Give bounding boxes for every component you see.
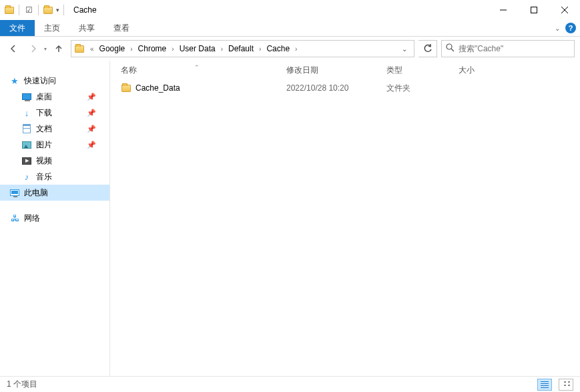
tree-quick-access[interactable]: ★ 快速访问 [0, 73, 109, 89]
help-button[interactable]: ? [565, 23, 576, 33]
up-button[interactable] [51, 41, 67, 57]
item-count: 1 个项目 [7, 379, 37, 390]
column-headers: 名称⌃ 修改日期 类型 大小 [110, 61, 580, 79]
forward-button[interactable] [25, 41, 41, 57]
close-button[interactable] [549, 0, 580, 20]
chevron-right-icon[interactable]: › [256, 45, 264, 53]
pin-icon: 📌 [87, 109, 96, 117]
svg-point-4 [447, 44, 452, 49]
svg-line-5 [451, 49, 454, 51]
sort-indicator-icon: ⌃ [194, 64, 200, 71]
maximize-icon [531, 7, 537, 13]
back-button[interactable] [5, 41, 21, 57]
file-name: Cache_Data [135, 83, 180, 93]
tab-home[interactable]: 主页 [35, 20, 69, 36]
picture-icon [21, 139, 32, 150]
nav-toolbar: ▾ « Google › Chrome › User Data › Defaul… [0, 37, 580, 61]
pc-icon [9, 187, 20, 198]
title-bar: ☑ ▾ Cache [0, 0, 580, 20]
file-list: 名称⌃ 修改日期 类型 大小 Cache_Data 2022/10/28 10:… [110, 61, 580, 376]
col-size[interactable]: 大小 [459, 65, 512, 76]
crumb-default[interactable]: Default [226, 41, 256, 57]
history-dropdown-icon[interactable]: ▾ [44, 46, 47, 52]
chevron-right-icon[interactable]: › [127, 45, 135, 53]
ribbon-tabs: 文件 主页 共享 查看 ⌄ ? [0, 20, 580, 37]
qat-properties-icon[interactable]: ☑ [23, 5, 34, 15]
tab-view[interactable]: 查看 [104, 20, 139, 36]
tree-label: 桌面 [36, 91, 52, 103]
file-date: 2022/10/28 10:20 [286, 83, 386, 93]
tree-music[interactable]: ♪ 音乐 [0, 169, 109, 185]
tree-label: 音乐 [36, 171, 52, 183]
tab-share[interactable]: 共享 [69, 20, 104, 36]
document-icon [21, 123, 32, 134]
view-details-button[interactable] [537, 379, 552, 391]
search-input[interactable] [459, 44, 570, 53]
tree-label: 快速访问 [24, 75, 56, 87]
app-folder-icon [4, 5, 15, 15]
refresh-icon [423, 44, 432, 53]
pin-icon: 📌 [87, 93, 96, 101]
tree-videos[interactable]: ▶ 视频 [0, 153, 109, 169]
tree-pictures[interactable]: 图片 📌 [0, 137, 109, 153]
file-row[interactable]: Cache_Data 2022/10/28 10:20 文件夹 [110, 79, 580, 97]
tree-label: 文档 [36, 123, 52, 135]
arrow-up-icon [54, 44, 63, 53]
tree-network[interactable]: 🖧 网络 [0, 210, 109, 226]
minimize-button[interactable] [488, 0, 519, 20]
nav-tree: ★ 快速访问 桌面 📌 ↓ 下载 📌 文档 📌 图片 📌 ▶ 视频 ♪ [0, 61, 110, 376]
qat-newfolder-icon[interactable] [43, 5, 53, 15]
tree-this-pc[interactable]: 此电脑 [0, 185, 109, 201]
crumb-userdata[interactable]: User Data [177, 41, 218, 57]
refresh-button[interactable] [418, 40, 437, 57]
tree-documents[interactable]: 文档 📌 [0, 121, 109, 137]
crumb-cache[interactable]: Cache [264, 41, 292, 57]
crumb-google[interactable]: Google [97, 41, 128, 57]
list-view-icon [541, 381, 549, 388]
network-icon: 🖧 [9, 213, 20, 223]
col-date[interactable]: 修改日期 [286, 65, 386, 76]
maximize-button[interactable] [519, 0, 549, 20]
grid-view-icon [562, 381, 570, 388]
tab-file[interactable]: 文件 [0, 20, 35, 36]
ribbon-collapse-icon[interactable]: ⌄ [555, 25, 560, 32]
arrow-left-icon [9, 44, 18, 53]
breadcrumb-overflow[interactable]: « [87, 45, 97, 53]
folder-icon [121, 83, 131, 93]
window-title: Cache [73, 5, 97, 15]
download-icon: ↓ [21, 107, 32, 118]
pin-icon: 📌 [87, 125, 96, 133]
search-box[interactable] [441, 40, 575, 57]
address-dropdown-icon[interactable]: ⌄ [398, 45, 411, 53]
status-bar: 1 个项目 [0, 376, 580, 392]
music-icon: ♪ [21, 171, 32, 182]
arrow-right-icon [29, 44, 38, 53]
chevron-right-icon[interactable]: › [218, 45, 226, 53]
svg-rect-1 [531, 7, 537, 13]
tree-downloads[interactable]: ↓ 下载 📌 [0, 105, 109, 121]
tree-label: 下载 [36, 107, 52, 119]
col-name[interactable]: 名称⌃ [121, 65, 286, 76]
chevron-right-icon[interactable]: › [169, 45, 176, 53]
qat-dropdown-icon[interactable]: ▾ [56, 7, 59, 13]
file-type: 文件夹 [386, 83, 459, 94]
desktop-icon [21, 91, 32, 102]
pin-icon: 📌 [87, 141, 96, 149]
chevron-right-icon[interactable]: › [292, 45, 300, 53]
video-icon: ▶ [21, 155, 32, 166]
address-folder-icon [74, 43, 85, 54]
col-type[interactable]: 类型 [386, 65, 459, 76]
tree-label: 图片 [36, 139, 52, 151]
tree-label: 网络 [24, 213, 40, 224]
separator [38, 5, 39, 15]
minimize-icon [500, 7, 507, 13]
separator [63, 5, 64, 15]
tree-label: 此电脑 [24, 187, 48, 199]
tree-desktop[interactable]: 桌面 📌 [0, 89, 109, 105]
address-bar[interactable]: « Google › Chrome › User Data › Default … [71, 40, 414, 57]
tree-label: 视频 [36, 155, 52, 167]
view-large-button[interactable] [559, 379, 573, 391]
crumb-chrome[interactable]: Chrome [135, 41, 170, 57]
close-icon [561, 7, 568, 13]
star-icon: ★ [9, 75, 20, 86]
